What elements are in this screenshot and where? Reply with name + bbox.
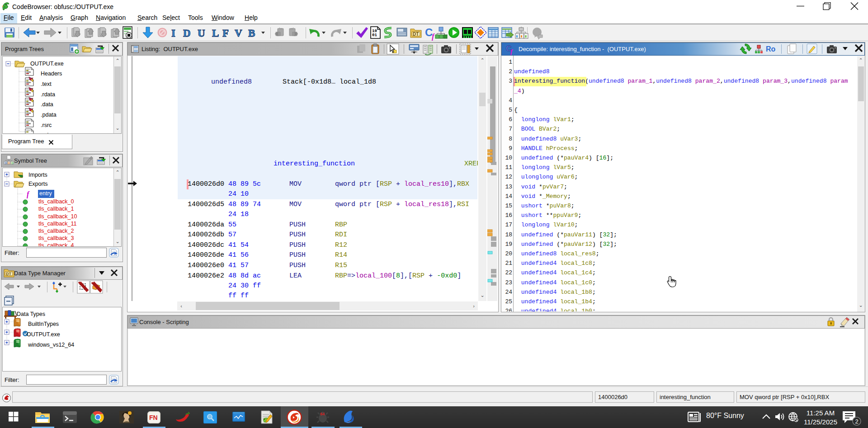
svg-text:DT: DT (413, 32, 419, 37)
svg-text:FN: FN (149, 414, 158, 421)
svg-text:D: D (8, 162, 10, 165)
svg-text:U: U (198, 28, 205, 39)
svg-text:L: L (212, 28, 219, 39)
svg-text:F: F (222, 28, 229, 39)
svg-text:B: B (248, 28, 255, 39)
svg-text:f: f (510, 48, 513, 55)
svg-text:f: f (432, 32, 435, 41)
svg-text:V: V (235, 28, 242, 39)
svg-text:D: D (11, 162, 13, 165)
svg-text:Ro: Ro (766, 45, 776, 53)
svg-text:f: f (27, 190, 30, 198)
svg-text:01: 01 (372, 33, 377, 38)
svg-text:DT: DT (6, 272, 11, 276)
svg-text:D: D (183, 28, 191, 39)
svg-text:64: 64 (320, 412, 325, 416)
svg-text:D: D (5, 162, 7, 165)
svg-text:2: 2 (855, 418, 859, 425)
svg-text:I: I (171, 28, 175, 39)
